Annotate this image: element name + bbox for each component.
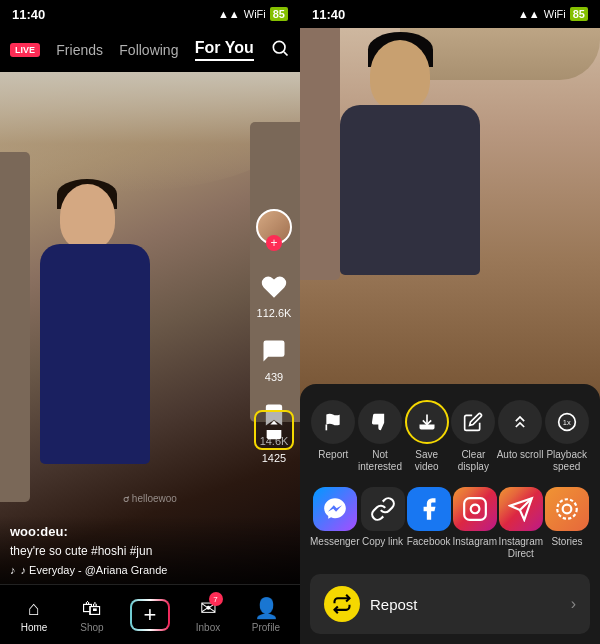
like-icon[interactable]	[256, 269, 292, 305]
add-button[interactable]: +	[130, 599, 170, 631]
instagram-icon[interactable]	[453, 487, 497, 531]
live-button[interactable]: LIVE	[10, 43, 40, 57]
comment-action[interactable]: 439	[256, 333, 292, 383]
home-label: Home	[21, 622, 48, 633]
clear-display-action[interactable]: Clear display	[450, 400, 497, 473]
home-icon: ⌂	[28, 597, 40, 620]
copy-link-icon[interactable]	[361, 487, 405, 531]
svg-point-11	[563, 505, 572, 514]
save-video-label: Save video	[403, 449, 450, 473]
auto-scroll-action[interactable]: Auto scroll	[497, 400, 544, 473]
repost-chevron-icon: ›	[571, 595, 576, 613]
playback-speed-icon[interactable]: 1x	[545, 400, 589, 444]
right-person	[330, 40, 510, 270]
left-status-time: 11:40	[12, 7, 45, 22]
caption: they're so cute #hoshi #jun	[10, 543, 245, 560]
nav-following[interactable]: Following	[119, 42, 178, 58]
repost-row[interactable]: Repost ›	[310, 574, 590, 634]
nav-profile[interactable]: 👤 Profile	[237, 596, 295, 633]
right-wifi-icon: WiFi	[544, 8, 566, 20]
share-count: 1425	[262, 452, 286, 464]
left-status-bar: 11:40 ▲▲ WiFi 85	[0, 0, 300, 28]
video-area: 112.6K 439 14.6K	[0, 72, 300, 584]
search-icon[interactable]	[270, 38, 290, 63]
nav-add[interactable]: +	[121, 599, 179, 631]
video-overlay: woo:deu: they're so cute #hoshi #jun ♪ ♪…	[0, 516, 300, 584]
comment-count: 439	[265, 371, 283, 383]
watermark: ơ helloewoo	[123, 493, 177, 504]
messenger-app[interactable]: Messenger	[310, 487, 359, 560]
sound-label: ♪ Everyday - @Ariana Grande	[21, 564, 168, 576]
ig-direct-icon[interactable]	[499, 487, 543, 531]
avatar-container[interactable]	[256, 209, 292, 245]
profile-icon: 👤	[254, 596, 279, 620]
sound-row[interactable]: ♪ ♪ Everyday - @Ariana Grande	[10, 564, 245, 576]
wifi-icon: WiFi	[244, 8, 266, 20]
save-video-icon[interactable]	[405, 400, 449, 444]
nav-home[interactable]: ⌂ Home	[5, 597, 63, 633]
svg-point-0	[273, 41, 285, 53]
not-interested-label: Not interested	[357, 449, 404, 473]
creator-avatar[interactable]	[256, 209, 292, 245]
person-body	[40, 244, 150, 464]
left-panel: 11:40 ▲▲ WiFi 85 LIVE Friends Following …	[0, 0, 300, 644]
share-apps-row: Messenger Copy link	[310, 487, 590, 560]
ig-direct-app[interactable]: Instagram Direct	[498, 487, 544, 560]
right-head	[370, 40, 430, 110]
save-video-action[interactable]: Save video	[403, 400, 450, 473]
right-status-time: 11:40	[312, 7, 345, 22]
nav-for-you[interactable]: For You	[195, 39, 254, 61]
nav-shop[interactable]: 🛍 Shop	[63, 597, 121, 633]
left-seat	[0, 152, 30, 502]
report-action[interactable]: Report	[310, 400, 357, 473]
bottom-nav: ⌂ Home 🛍 Shop + ✉ 7 Inbox 👤 Profile	[0, 584, 300, 644]
inbox-label: Inbox	[196, 622, 220, 633]
stories-app[interactable]: Stories	[544, 487, 590, 560]
profile-label: Profile	[252, 622, 280, 633]
right-battery: 85	[570, 7, 588, 21]
shop-label: Shop	[80, 622, 103, 633]
repost-label: Repost	[370, 596, 418, 613]
stories-icon[interactable]	[545, 487, 589, 531]
stories-label: Stories	[551, 536, 582, 548]
share-actions-row: Report Not interested	[310, 400, 590, 473]
right-panel: 11:40 ▲▲ WiFi 85	[300, 0, 600, 644]
svg-rect-7	[464, 498, 486, 520]
like-action[interactable]: 112.6K	[256, 269, 292, 319]
repost-icon	[324, 586, 360, 622]
copy-link-label: Copy link	[362, 536, 403, 548]
signal-icon: ▲▲	[218, 8, 240, 20]
music-icon: ♪	[10, 564, 16, 576]
copy-link-app[interactable]: Copy link	[359, 487, 405, 560]
not-interested-icon[interactable]	[358, 400, 402, 444]
nav-inbox[interactable]: ✉ 7 Inbox	[179, 596, 237, 633]
shop-icon: 🛍	[82, 597, 102, 620]
not-interested-action[interactable]: Not interested	[357, 400, 404, 473]
left-battery: 85	[270, 7, 288, 21]
facebook-label: Facebook	[407, 536, 451, 548]
share-sheet: Report Not interested	[300, 384, 600, 644]
share-icon-box[interactable]	[254, 410, 294, 450]
messenger-icon[interactable]	[313, 487, 357, 531]
clear-display-icon[interactable]	[451, 400, 495, 444]
facebook-icon[interactable]	[407, 487, 451, 531]
report-icon[interactable]	[311, 400, 355, 444]
nav-friends[interactable]: Friends	[56, 42, 103, 58]
right-signal-icon: ▲▲	[518, 8, 540, 20]
comment-icon[interactable]	[256, 333, 292, 369]
messenger-label: Messenger	[310, 536, 359, 548]
auto-scroll-icon[interactable]	[498, 400, 542, 444]
left-status-icons: ▲▲ WiFi 85	[218, 7, 288, 21]
like-count: 112.6K	[257, 307, 292, 319]
instagram-app[interactable]: Instagram	[452, 487, 498, 560]
facebook-app[interactable]: Facebook	[406, 487, 452, 560]
svg-line-1	[284, 51, 288, 55]
playback-speed-label: Playback speed	[543, 449, 590, 473]
playback-speed-action[interactable]: 1x Playback speed	[543, 400, 590, 473]
instagram-label: Instagram	[453, 536, 497, 548]
username[interactable]: woo:deu:	[10, 524, 245, 539]
inbox-badge: 7	[209, 592, 223, 606]
svg-point-12	[557, 499, 577, 519]
share-button-wrapper[interactable]: 1425	[254, 410, 294, 464]
report-label: Report	[318, 449, 348, 461]
